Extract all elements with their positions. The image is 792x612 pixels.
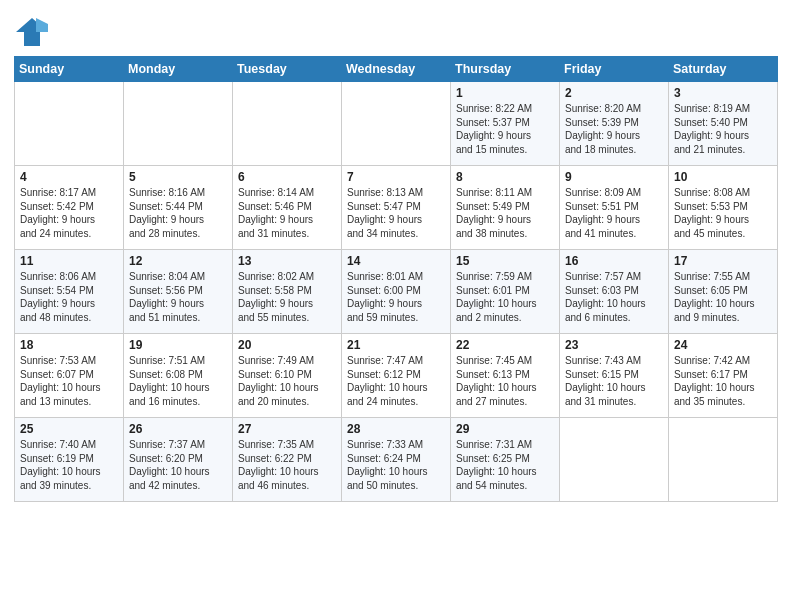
- day-cell: 25Sunrise: 7:40 AM Sunset: 6:19 PM Dayli…: [15, 418, 124, 502]
- day-info: Sunrise: 7:43 AM Sunset: 6:15 PM Dayligh…: [565, 354, 663, 408]
- day-info: Sunrise: 8:13 AM Sunset: 5:47 PM Dayligh…: [347, 186, 445, 240]
- day-info: Sunrise: 7:31 AM Sunset: 6:25 PM Dayligh…: [456, 438, 554, 492]
- day-cell: 14Sunrise: 8:01 AM Sunset: 6:00 PM Dayli…: [342, 250, 451, 334]
- day-info: Sunrise: 7:59 AM Sunset: 6:01 PM Dayligh…: [456, 270, 554, 324]
- day-cell: [15, 82, 124, 166]
- day-cell: 9Sunrise: 8:09 AM Sunset: 5:51 PM Daylig…: [560, 166, 669, 250]
- week-row-5: 25Sunrise: 7:40 AM Sunset: 6:19 PM Dayli…: [15, 418, 778, 502]
- day-number: 28: [347, 422, 445, 436]
- day-cell: 20Sunrise: 7:49 AM Sunset: 6:10 PM Dayli…: [233, 334, 342, 418]
- day-number: 7: [347, 170, 445, 184]
- day-cell: 27Sunrise: 7:35 AM Sunset: 6:22 PM Dayli…: [233, 418, 342, 502]
- day-cell: 29Sunrise: 7:31 AM Sunset: 6:25 PM Dayli…: [451, 418, 560, 502]
- day-number: 9: [565, 170, 663, 184]
- weekday-header-monday: Monday: [124, 57, 233, 82]
- day-info: Sunrise: 8:02 AM Sunset: 5:58 PM Dayligh…: [238, 270, 336, 324]
- day-number: 10: [674, 170, 772, 184]
- day-number: 6: [238, 170, 336, 184]
- day-cell: 21Sunrise: 7:47 AM Sunset: 6:12 PM Dayli…: [342, 334, 451, 418]
- page: SundayMondayTuesdayWednesdayThursdayFrid…: [0, 0, 792, 612]
- day-info: Sunrise: 8:22 AM Sunset: 5:37 PM Dayligh…: [456, 102, 554, 156]
- day-info: Sunrise: 7:33 AM Sunset: 6:24 PM Dayligh…: [347, 438, 445, 492]
- day-number: 5: [129, 170, 227, 184]
- day-number: 11: [20, 254, 118, 268]
- day-info: Sunrise: 8:01 AM Sunset: 6:00 PM Dayligh…: [347, 270, 445, 324]
- day-number: 26: [129, 422, 227, 436]
- logo-icon: [14, 14, 50, 50]
- day-info: Sunrise: 8:06 AM Sunset: 5:54 PM Dayligh…: [20, 270, 118, 324]
- day-number: 24: [674, 338, 772, 352]
- weekday-header-friday: Friday: [560, 57, 669, 82]
- day-cell: 24Sunrise: 7:42 AM Sunset: 6:17 PM Dayli…: [669, 334, 778, 418]
- day-cell: 2Sunrise: 8:20 AM Sunset: 5:39 PM Daylig…: [560, 82, 669, 166]
- week-row-4: 18Sunrise: 7:53 AM Sunset: 6:07 PM Dayli…: [15, 334, 778, 418]
- day-info: Sunrise: 8:16 AM Sunset: 5:44 PM Dayligh…: [129, 186, 227, 240]
- day-info: Sunrise: 7:51 AM Sunset: 6:08 PM Dayligh…: [129, 354, 227, 408]
- day-number: 8: [456, 170, 554, 184]
- day-info: Sunrise: 8:11 AM Sunset: 5:49 PM Dayligh…: [456, 186, 554, 240]
- day-info: Sunrise: 8:09 AM Sunset: 5:51 PM Dayligh…: [565, 186, 663, 240]
- day-number: 19: [129, 338, 227, 352]
- day-info: Sunrise: 8:08 AM Sunset: 5:53 PM Dayligh…: [674, 186, 772, 240]
- day-cell: 22Sunrise: 7:45 AM Sunset: 6:13 PM Dayli…: [451, 334, 560, 418]
- day-number: 2: [565, 86, 663, 100]
- day-cell: 13Sunrise: 8:02 AM Sunset: 5:58 PM Dayli…: [233, 250, 342, 334]
- weekday-header-saturday: Saturday: [669, 57, 778, 82]
- day-cell: 18Sunrise: 7:53 AM Sunset: 6:07 PM Dayli…: [15, 334, 124, 418]
- day-cell: 17Sunrise: 7:55 AM Sunset: 6:05 PM Dayli…: [669, 250, 778, 334]
- day-cell: 16Sunrise: 7:57 AM Sunset: 6:03 PM Dayli…: [560, 250, 669, 334]
- day-number: 23: [565, 338, 663, 352]
- day-info: Sunrise: 7:40 AM Sunset: 6:19 PM Dayligh…: [20, 438, 118, 492]
- week-row-2: 4Sunrise: 8:17 AM Sunset: 5:42 PM Daylig…: [15, 166, 778, 250]
- weekday-header-wednesday: Wednesday: [342, 57, 451, 82]
- day-info: Sunrise: 7:49 AM Sunset: 6:10 PM Dayligh…: [238, 354, 336, 408]
- day-number: 20: [238, 338, 336, 352]
- day-info: Sunrise: 8:04 AM Sunset: 5:56 PM Dayligh…: [129, 270, 227, 324]
- week-row-3: 11Sunrise: 8:06 AM Sunset: 5:54 PM Dayli…: [15, 250, 778, 334]
- day-cell: 3Sunrise: 8:19 AM Sunset: 5:40 PM Daylig…: [669, 82, 778, 166]
- day-number: 18: [20, 338, 118, 352]
- day-number: 15: [456, 254, 554, 268]
- day-number: 4: [20, 170, 118, 184]
- day-cell: 12Sunrise: 8:04 AM Sunset: 5:56 PM Dayli…: [124, 250, 233, 334]
- weekday-header-thursday: Thursday: [451, 57, 560, 82]
- day-number: 17: [674, 254, 772, 268]
- day-cell: [233, 82, 342, 166]
- day-number: 16: [565, 254, 663, 268]
- day-number: 3: [674, 86, 772, 100]
- day-cell: 19Sunrise: 7:51 AM Sunset: 6:08 PM Dayli…: [124, 334, 233, 418]
- day-number: 22: [456, 338, 554, 352]
- day-cell: 23Sunrise: 7:43 AM Sunset: 6:15 PM Dayli…: [560, 334, 669, 418]
- day-number: 14: [347, 254, 445, 268]
- day-info: Sunrise: 7:42 AM Sunset: 6:17 PM Dayligh…: [674, 354, 772, 408]
- day-info: Sunrise: 7:47 AM Sunset: 6:12 PM Dayligh…: [347, 354, 445, 408]
- day-cell: [669, 418, 778, 502]
- day-number: 29: [456, 422, 554, 436]
- week-row-1: 1Sunrise: 8:22 AM Sunset: 5:37 PM Daylig…: [15, 82, 778, 166]
- day-cell: 15Sunrise: 7:59 AM Sunset: 6:01 PM Dayli…: [451, 250, 560, 334]
- day-number: 21: [347, 338, 445, 352]
- weekday-header-row: SundayMondayTuesdayWednesdayThursdayFrid…: [15, 57, 778, 82]
- day-info: Sunrise: 8:17 AM Sunset: 5:42 PM Dayligh…: [20, 186, 118, 240]
- day-number: 13: [238, 254, 336, 268]
- day-cell: 10Sunrise: 8:08 AM Sunset: 5:53 PM Dayli…: [669, 166, 778, 250]
- day-info: Sunrise: 7:57 AM Sunset: 6:03 PM Dayligh…: [565, 270, 663, 324]
- day-cell: [124, 82, 233, 166]
- day-cell: [560, 418, 669, 502]
- day-info: Sunrise: 8:19 AM Sunset: 5:40 PM Dayligh…: [674, 102, 772, 156]
- day-cell: 7Sunrise: 8:13 AM Sunset: 5:47 PM Daylig…: [342, 166, 451, 250]
- weekday-header-tuesday: Tuesday: [233, 57, 342, 82]
- day-info: Sunrise: 7:35 AM Sunset: 6:22 PM Dayligh…: [238, 438, 336, 492]
- day-number: 27: [238, 422, 336, 436]
- day-info: Sunrise: 8:14 AM Sunset: 5:46 PM Dayligh…: [238, 186, 336, 240]
- day-cell: 6Sunrise: 8:14 AM Sunset: 5:46 PM Daylig…: [233, 166, 342, 250]
- day-cell: 5Sunrise: 8:16 AM Sunset: 5:44 PM Daylig…: [124, 166, 233, 250]
- day-cell: 1Sunrise: 8:22 AM Sunset: 5:37 PM Daylig…: [451, 82, 560, 166]
- logo: [14, 14, 54, 50]
- day-number: 1: [456, 86, 554, 100]
- day-cell: 11Sunrise: 8:06 AM Sunset: 5:54 PM Dayli…: [15, 250, 124, 334]
- day-cell: 28Sunrise: 7:33 AM Sunset: 6:24 PM Dayli…: [342, 418, 451, 502]
- header: [14, 10, 778, 50]
- day-cell: 4Sunrise: 8:17 AM Sunset: 5:42 PM Daylig…: [15, 166, 124, 250]
- day-number: 25: [20, 422, 118, 436]
